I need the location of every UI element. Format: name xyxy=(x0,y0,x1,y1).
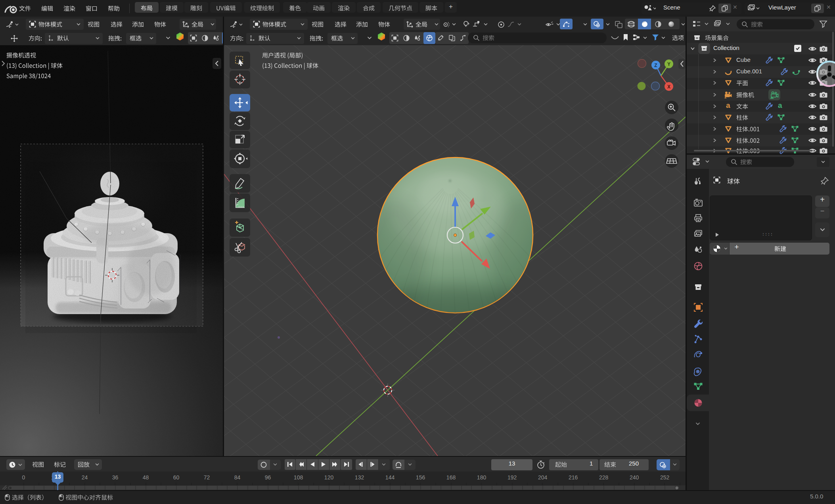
svg-text:Z: Z xyxy=(654,63,657,68)
svg-text:X: X xyxy=(667,84,670,90)
svg-text:Y: Y xyxy=(667,61,670,67)
